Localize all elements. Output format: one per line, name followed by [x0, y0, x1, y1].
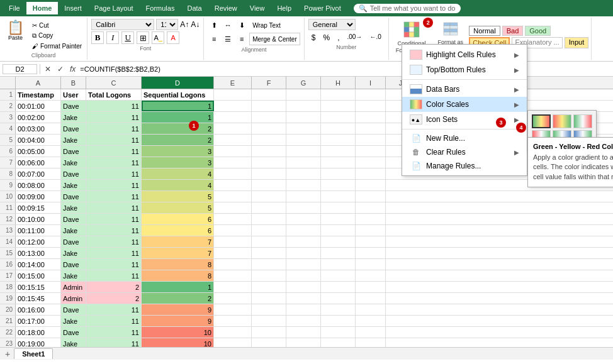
- cell-i[interactable]: [356, 304, 386, 315]
- cell-f[interactable]: [252, 327, 286, 338]
- cell-b[interactable]: Jake: [61, 316, 86, 326]
- cell-f[interactable]: [252, 101, 286, 111]
- cell-a[interactable]: 00:07:00: [16, 168, 61, 179]
- cell-f[interactable]: [252, 248, 286, 258]
- cell-e[interactable]: [214, 259, 252, 270]
- cell-h[interactable]: [321, 327, 356, 338]
- cell-h[interactable]: [321, 202, 356, 213]
- cell-b[interactable]: Dave: [61, 168, 86, 179]
- cell-g[interactable]: [286, 146, 321, 157]
- increase-decimal-button[interactable]: .00→: [344, 33, 365, 43]
- swatch-red-yellow-green[interactable]: [553, 114, 571, 128]
- fx-icon[interactable]: fx: [68, 64, 77, 74]
- cell-b[interactable]: Dave: [61, 327, 86, 338]
- cell-a[interactable]: 00:05:00: [16, 146, 61, 157]
- cell-i[interactable]: [356, 157, 386, 168]
- cell-g[interactable]: [286, 202, 321, 213]
- tab-pagelayout[interactable]: Page Layout: [88, 2, 140, 14]
- col-header-d[interactable]: D: [142, 77, 214, 89]
- confirm-icon[interactable]: ✓: [55, 64, 65, 74]
- cell-a[interactable]: 00:16:00: [16, 304, 61, 315]
- cell-f[interactable]: [252, 236, 286, 247]
- cell-e[interactable]: [214, 270, 252, 281]
- cell-h[interactable]: [321, 259, 356, 270]
- cell-g[interactable]: [286, 270, 321, 281]
- cell-c[interactable]: 11: [86, 270, 142, 281]
- align-left-button[interactable]: ≡: [208, 33, 220, 45]
- cell-i[interactable]: [356, 236, 386, 247]
- cell-c[interactable]: 11: [86, 248, 142, 258]
- cell-f[interactable]: [252, 180, 286, 190]
- cell-b[interactable]: Dave: [61, 236, 86, 247]
- cell-g[interactable]: [286, 338, 321, 347]
- cell-c[interactable]: 11: [86, 112, 142, 123]
- menu-item-iconsets[interactable]: ●▲ Icon Sets ▶: [402, 112, 527, 127]
- cell-a[interactable]: 00:09:15: [16, 202, 61, 213]
- cell-d[interactable]: 6: [142, 225, 214, 236]
- cell-h[interactable]: [321, 135, 356, 145]
- cell-i[interactable]: [356, 316, 386, 326]
- align-top-button[interactable]: ⬆: [208, 19, 220, 31]
- cell-a[interactable]: 00:02:00: [16, 112, 61, 123]
- cell-a[interactable]: 00:15:15: [16, 282, 61, 292]
- cell-h[interactable]: [321, 214, 356, 224]
- cell-g[interactable]: [286, 89, 321, 100]
- tab-formulas[interactable]: Formulas: [140, 2, 181, 14]
- cell-g[interactable]: [286, 327, 321, 338]
- cell-a[interactable]: 00:10:00: [16, 214, 61, 224]
- cell-a[interactable]: 00:17:00: [16, 316, 61, 326]
- tab-review[interactable]: Review: [208, 2, 244, 14]
- cell-e[interactable]: [214, 338, 252, 347]
- cell-b[interactable]: Jake: [61, 180, 86, 190]
- cell-i[interactable]: [356, 214, 386, 224]
- cell-b[interactable]: Admin: [61, 293, 86, 304]
- menu-item-newrule[interactable]: 📄 New Rule...: [402, 131, 527, 145]
- cell-b[interactable]: Dave: [61, 259, 86, 270]
- cell-d[interactable]: 5: [142, 202, 214, 213]
- cell-c[interactable]: 11: [86, 259, 142, 270]
- cell-i[interactable]: [356, 282, 386, 292]
- merge-center-button[interactable]: Merge & Center: [249, 33, 300, 45]
- cell-c[interactable]: 11: [86, 304, 142, 315]
- cell-e[interactable]: [214, 157, 252, 168]
- cell-d[interactable]: 7: [142, 236, 214, 247]
- cell-b[interactable]: Dave: [61, 214, 86, 224]
- number-format-selector[interactable]: General: [308, 19, 356, 30]
- cell-b[interactable]: Jake: [61, 248, 86, 258]
- cell-e[interactable]: [214, 202, 252, 213]
- cell-h[interactable]: [321, 89, 356, 100]
- cell-i[interactable]: [356, 248, 386, 258]
- swatch-green-white-red[interactable]: [573, 114, 592, 128]
- cell-a[interactable]: 00:19:00: [16, 338, 61, 347]
- cell-c[interactable]: 11: [86, 338, 142, 347]
- cell-f[interactable]: [252, 225, 286, 236]
- cell-d[interactable]: 2: [142, 293, 214, 304]
- cell-i[interactable]: [356, 89, 386, 100]
- cell-i[interactable]: [356, 112, 386, 123]
- currency-button[interactable]: $: [308, 33, 319, 43]
- cell-reference-box[interactable]: D2: [3, 64, 37, 74]
- cell-a[interactable]: 00:13:00: [16, 248, 61, 258]
- col-header-a[interactable]: A: [16, 77, 61, 89]
- cell-i[interactable]: [356, 180, 386, 190]
- cell-h[interactable]: [321, 157, 356, 168]
- cell-a[interactable]: 00:15:00: [16, 270, 61, 281]
- cell-a[interactable]: 00:12:00: [16, 236, 61, 247]
- cell-c[interactable]: Total Logons: [86, 89, 142, 100]
- font-selector[interactable]: Calibri: [91, 19, 154, 30]
- cell-h[interactable]: [321, 270, 356, 281]
- cell-c[interactable]: 11: [86, 157, 142, 168]
- tab-data[interactable]: Data: [181, 2, 208, 14]
- cell-g[interactable]: [286, 123, 321, 134]
- cell-e[interactable]: [214, 304, 252, 315]
- cell-d[interactable]: 7: [142, 248, 214, 258]
- cell-f[interactable]: [252, 146, 286, 157]
- cell-b[interactable]: User: [61, 89, 86, 100]
- cell-d[interactable]: 1: [142, 101, 214, 111]
- align-bottom-button[interactable]: ⬇: [235, 19, 248, 31]
- cell-f[interactable]: [252, 89, 286, 100]
- cell-d[interactable]: 3: [142, 157, 214, 168]
- cell-g[interactable]: [286, 236, 321, 247]
- tab-help[interactable]: Help: [271, 2, 298, 14]
- cell-f[interactable]: [252, 316, 286, 326]
